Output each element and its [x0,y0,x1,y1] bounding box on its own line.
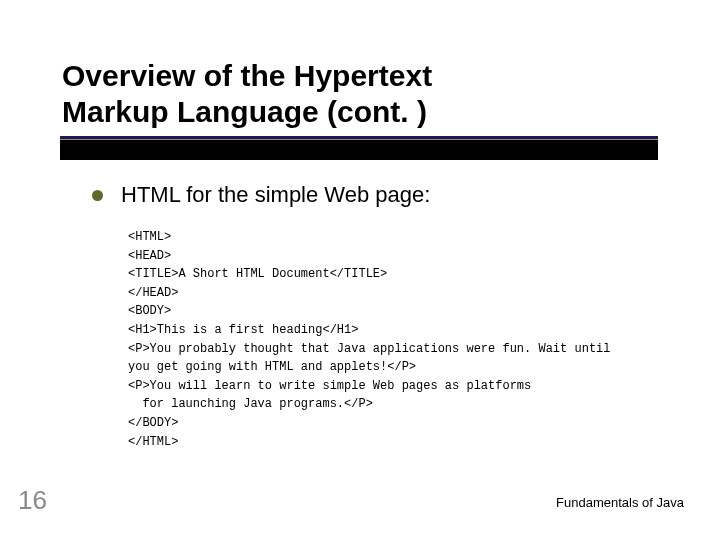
code-line: for launching Java programs.</P> [128,397,373,411]
code-line: <BODY> [128,304,171,318]
code-line: <HTML> [128,230,171,244]
code-line: <P>You will learn to write simple Web pa… [128,379,531,393]
slide-title: Overview of the Hypertext Markup Languag… [62,58,432,130]
code-sample: <HTML> <HEAD> <TITLE>A Short HTML Docume… [128,228,610,451]
page-number: 16 [18,485,47,516]
code-line: </HEAD> [128,286,178,300]
title-line-2: Markup Language (cont. ) [62,94,432,130]
bullet-text: HTML for the simple Web page: [121,182,430,208]
slide: Overview of the Hypertext Markup Languag… [0,0,720,540]
title-underline-bar [60,136,658,160]
code-line: </HTML> [128,435,178,449]
code-line: <TITLE>A Short HTML Document</TITLE> [128,267,387,281]
bullet-icon [92,190,103,201]
code-line: <HEAD> [128,249,171,263]
bullet-item: HTML for the simple Web page: [92,182,430,208]
code-line: you get going with HTML and applets!</P> [128,360,416,374]
code-line: </BODY> [128,416,178,430]
code-line: <H1>This is a first heading</H1> [128,323,358,337]
title-line-1: Overview of the Hypertext [62,58,432,94]
code-line: <P>You probably thought that Java applic… [128,342,610,356]
footer-text: Fundamentals of Java [556,495,684,510]
